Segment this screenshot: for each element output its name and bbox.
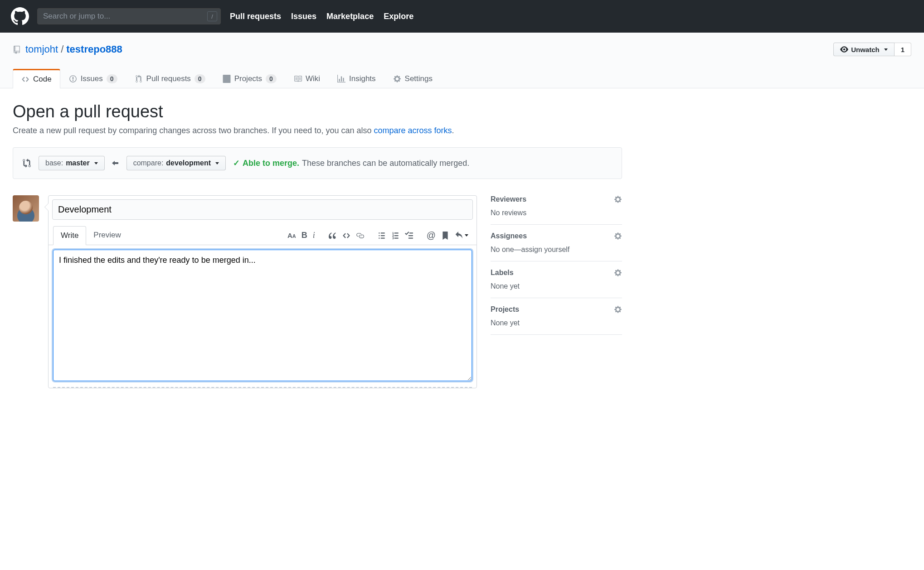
main-content: Open a pull request Create a new pull re… bbox=[0, 88, 635, 402]
tasklist-icon[interactable] bbox=[405, 232, 413, 240]
repo-name-link[interactable]: testrepo888 bbox=[66, 43, 122, 55]
nav-links: Pull requests Issues Marketplace Explore bbox=[230, 12, 413, 21]
merge-text: These branches can be automatically merg… bbox=[302, 159, 469, 168]
subtitle-pre: Create a new pull request by comparing c… bbox=[13, 126, 374, 135]
heading-icon[interactable]: AA bbox=[287, 232, 296, 239]
tab-wiki-label: Wiki bbox=[306, 74, 320, 83]
merge-able-label: Able to merge. bbox=[243, 159, 299, 168]
comment-box: Write Preview AA B i bbox=[48, 195, 477, 388]
tab-code[interactable]: Code bbox=[13, 69, 60, 88]
search-box: / bbox=[37, 8, 221, 24]
issues-count: 0 bbox=[107, 74, 117, 83]
mention-icon[interactable]: @ bbox=[427, 230, 436, 241]
github-logo-icon[interactable] bbox=[11, 7, 29, 25]
nav-explore[interactable]: Explore bbox=[384, 12, 413, 21]
base-branch-select[interactable]: base: master bbox=[39, 156, 105, 170]
project-icon bbox=[223, 75, 231, 83]
projects-text: None yet bbox=[491, 319, 622, 327]
compare-branch-select[interactable]: compare: development bbox=[126, 156, 226, 170]
unwatch-label: Unwatch bbox=[851, 46, 880, 53]
caret-down-icon bbox=[215, 162, 219, 164]
tab-issues-label: Issues bbox=[81, 74, 103, 83]
repo-owner-link[interactable]: tomjoht bbox=[25, 43, 58, 55]
link-icon[interactable] bbox=[356, 232, 364, 240]
pull-request-icon bbox=[135, 75, 143, 83]
bookmark-icon[interactable] bbox=[441, 232, 449, 240]
compare-label: compare: bbox=[133, 159, 164, 167]
global-header: / Pull requests Issues Marketplace Explo… bbox=[0, 0, 924, 33]
italic-icon[interactable]: i bbox=[313, 231, 315, 240]
tab-projects-label: Projects bbox=[234, 74, 262, 83]
watch-count[interactable]: 1 bbox=[895, 43, 911, 56]
page-subtitle: Create a new pull request by comparing c… bbox=[13, 126, 622, 135]
avatar[interactable] bbox=[13, 195, 39, 222]
check-icon: ✓ bbox=[233, 158, 240, 168]
projects-count: 0 bbox=[266, 74, 277, 83]
gear-icon[interactable] bbox=[614, 232, 622, 240]
tab-preview[interactable]: Preview bbox=[86, 226, 128, 245]
caret-down-icon bbox=[94, 162, 98, 164]
gear-icon[interactable] bbox=[614, 305, 622, 314]
subtitle-post: . bbox=[452, 126, 454, 135]
tab-code-label: Code bbox=[33, 75, 52, 84]
bold-icon[interactable]: B bbox=[302, 231, 307, 240]
reviewers-text: No reviews bbox=[491, 209, 622, 217]
code-icon[interactable] bbox=[342, 232, 350, 240]
tab-settings[interactable]: Settings bbox=[384, 69, 441, 88]
gear-icon bbox=[393, 75, 401, 83]
prs-count: 0 bbox=[195, 74, 205, 83]
page-title: Open a pull request bbox=[13, 102, 622, 121]
attachment-dropzone-border bbox=[53, 387, 472, 388]
tab-projects[interactable]: Projects 0 bbox=[214, 69, 285, 88]
compare-value: development bbox=[166, 159, 211, 167]
pagehead-actions: Unwatch 1 bbox=[833, 43, 911, 56]
pr-title-input[interactable] bbox=[52, 199, 473, 220]
merge-status: ✓ Able to merge. These branches can be a… bbox=[233, 158, 469, 168]
tab-pull-requests[interactable]: Pull requests 0 bbox=[126, 69, 214, 88]
tab-settings-label: Settings bbox=[405, 74, 433, 83]
sidebar-assignees: Assignees No one—assign yourself bbox=[491, 225, 622, 261]
compare-box: base: master compare: development ✓ Able… bbox=[13, 147, 622, 179]
tab-insights[interactable]: Insights bbox=[329, 69, 384, 88]
reply-icon[interactable] bbox=[455, 232, 463, 240]
nav-marketplace[interactable]: Marketplace bbox=[326, 12, 374, 21]
quote-icon[interactable] bbox=[329, 232, 337, 240]
sidebar-reviewers: Reviewers No reviews bbox=[491, 195, 622, 225]
assignees-text[interactable]: No one—assign yourself bbox=[491, 246, 622, 254]
base-label: base: bbox=[45, 159, 63, 167]
sidebar: Reviewers No reviews Assignees No one—as… bbox=[491, 195, 622, 388]
tab-insights-label: Insights bbox=[349, 74, 376, 83]
tab-write[interactable]: Write bbox=[53, 226, 86, 245]
sidebar-labels: Labels None yet bbox=[491, 261, 622, 298]
unwatch-button[interactable]: Unwatch bbox=[833, 43, 895, 56]
list-ol-icon[interactable] bbox=[391, 232, 399, 240]
projects-title: Projects bbox=[491, 305, 519, 314]
repo-title: tomjoht / testrepo888 bbox=[13, 43, 122, 55]
tab-prs-label: Pull requests bbox=[146, 74, 191, 83]
search-input[interactable] bbox=[37, 8, 221, 24]
tab-issues[interactable]: Issues 0 bbox=[60, 69, 126, 88]
slash-key-hint: / bbox=[207, 11, 217, 21]
gear-icon[interactable] bbox=[614, 195, 622, 203]
sidebar-projects: Projects None yet bbox=[491, 298, 622, 335]
repo-pagehead: tomjoht / testrepo888 Unwatch 1 Code Iss… bbox=[0, 33, 924, 88]
pr-form: Write Preview AA B i bbox=[13, 195, 477, 388]
repo-slash: / bbox=[61, 43, 63, 55]
eye-icon bbox=[840, 45, 848, 53]
markdown-toolbar: AA B i bbox=[287, 230, 472, 241]
compare-forks-link[interactable]: compare across forks bbox=[374, 126, 452, 135]
gear-icon[interactable] bbox=[614, 269, 622, 277]
pr-description-textarea[interactable] bbox=[53, 250, 472, 381]
caret-down-icon[interactable] bbox=[465, 234, 468, 237]
repo-icon bbox=[13, 46, 21, 54]
list-ul-icon[interactable] bbox=[378, 232, 386, 240]
book-icon bbox=[294, 75, 302, 83]
caret-down-icon bbox=[884, 48, 888, 51]
labels-title: Labels bbox=[491, 269, 514, 277]
base-value: master bbox=[66, 159, 89, 167]
assignees-title: Assignees bbox=[491, 232, 527, 240]
arrow-left-icon bbox=[112, 159, 119, 167]
nav-pull-requests[interactable]: Pull requests bbox=[230, 12, 281, 21]
tab-wiki[interactable]: Wiki bbox=[285, 69, 329, 88]
nav-issues[interactable]: Issues bbox=[291, 12, 316, 21]
